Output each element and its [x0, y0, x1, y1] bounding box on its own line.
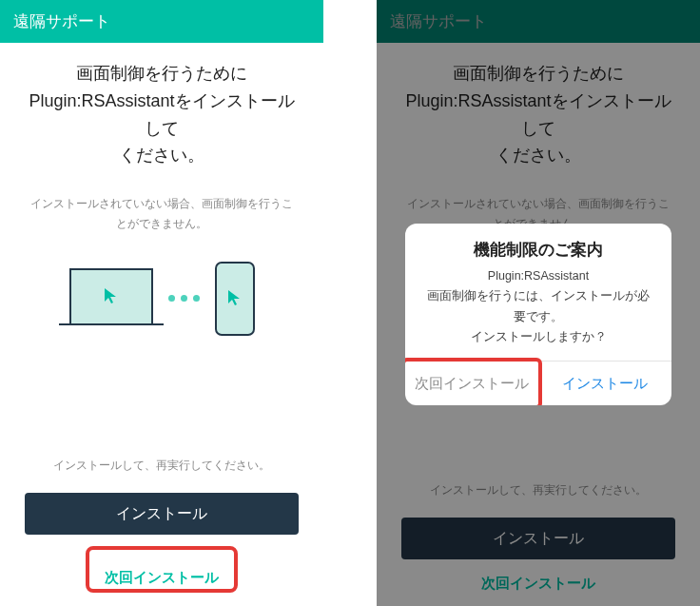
cursor-icon [102, 286, 121, 305]
connection-dots [168, 295, 200, 302]
instruction-title: 画面制御を行うために Plugin:RSAssistantをインストールして く… [29, 60, 295, 169]
install-button[interactable]: インストール [25, 493, 299, 535]
screen-with-dialog: 遠隔サポート 画面制御を行うために Plugin:RSAssistantをインス… [377, 0, 700, 606]
dialog-later-button[interactable]: 次回インストール [405, 362, 539, 405]
footer-hint: インストールして、再実行してください。 [25, 458, 299, 474]
dialog-actions: 次回インストール インストール [405, 361, 671, 405]
monitor-icon [69, 268, 153, 329]
dialog-body: Plugin:RSAssistant 画面制御を行うには、インストールが必要です… [405, 266, 671, 361]
main-content: 画面制御を行うために Plugin:RSAssistantをインストールして く… [0, 43, 323, 336]
phone-icon [215, 262, 255, 336]
install-later-button[interactable]: 次回インストール [105, 569, 219, 587]
app-title: 遠隔サポート [13, 10, 110, 32]
highlight-later-button: 次回インストール [86, 546, 238, 593]
confirm-dialog: 機能制限のご案内 Plugin:RSAssistant 画面制御を行うには、イン… [405, 224, 671, 405]
dialog-title: 機能制限のご案内 [405, 224, 671, 266]
footer: インストールして、再実行してください。 インストール 次回インストール [0, 458, 323, 606]
dialog-install-button[interactable]: インストール [539, 362, 672, 405]
devices-illustration [29, 262, 295, 336]
app-header: 遠隔サポート [0, 0, 323, 43]
instruction-subtext: インストールされていない場合、画面制御を行うことができません。 [29, 194, 295, 233]
screen-before-dialog: 遠隔サポート 画面制御を行うために Plugin:RSAssistantをインス… [0, 0, 323, 606]
cursor-icon [225, 288, 244, 307]
